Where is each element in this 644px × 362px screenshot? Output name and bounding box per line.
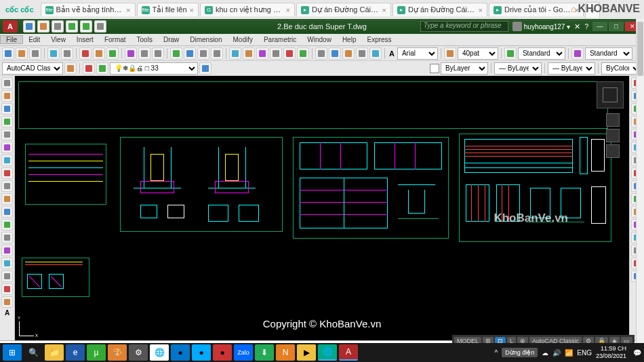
tb-b5[interactable] xyxy=(369,47,382,60)
task-app1[interactable]: ● xyxy=(171,344,190,361)
table-tool[interactable] xyxy=(1,232,13,243)
menu-express[interactable]: Express xyxy=(361,36,397,43)
user-menu[interactable]: huyhoang127 ▾ xyxy=(512,22,571,31)
text-font-select[interactable]: Arial xyxy=(397,47,438,60)
view-cube[interactable] xyxy=(597,81,624,108)
mtext-tool[interactable]: A xyxy=(1,309,13,317)
menu-parametric[interactable]: Parametric xyxy=(258,36,302,43)
ellipse-tool[interactable] xyxy=(1,155,13,166)
plot-button[interactable] xyxy=(47,47,60,60)
task-app2[interactable]: ● xyxy=(192,344,211,361)
exchange-icon[interactable]: ✕ xyxy=(574,22,580,31)
task-settings[interactable]: ⚙ xyxy=(129,344,148,361)
layer-prev-button[interactable] xyxy=(199,62,212,75)
browser-tab[interactable]: fileTải file lên× xyxy=(137,3,199,16)
layer-prop-button[interactable] xyxy=(83,62,95,75)
workspace-select[interactable]: AutoCAD Classic xyxy=(2,62,63,75)
menu-dimension[interactable]: Dimension xyxy=(184,36,227,43)
layer-select[interactable]: 💡❄🔒🖨 □ 33 xyxy=(110,62,198,75)
task-autocad[interactable]: A xyxy=(339,344,358,361)
task-utorrent[interactable]: μ xyxy=(87,344,106,361)
task-notepad[interactable]: N xyxy=(276,344,295,361)
props-button[interactable] xyxy=(229,47,241,60)
tool-pal-button[interactable] xyxy=(256,47,268,60)
tray-wifi-icon[interactable]: 📶 xyxy=(565,349,573,357)
tray-ime[interactable]: ENG xyxy=(577,349,592,357)
markup-button[interactable] xyxy=(283,47,296,60)
menu-tools[interactable]: Tools xyxy=(132,36,158,43)
save-button[interactable] xyxy=(29,47,41,60)
circle-tool[interactable] xyxy=(1,103,13,115)
sheet-button[interactable] xyxy=(270,47,282,60)
zoom-prev-button[interactable] xyxy=(211,47,223,60)
menu-edit[interactable]: Edit xyxy=(23,36,45,43)
task-coccoc[interactable]: 🌐 xyxy=(318,344,337,361)
browser-tab[interactable]: ▸Dự án Đường Cái Lân× xyxy=(296,3,391,16)
layer-state-button[interactable] xyxy=(96,62,108,75)
browser-tab[interactable]: ▸Dự án Đường Cái Lân× xyxy=(393,3,487,16)
menu-insert[interactable]: Insert xyxy=(71,36,99,43)
tray-cloud-icon[interactable]: ☁ xyxy=(542,349,548,357)
calc-button[interactable] xyxy=(297,47,309,60)
tb-b1[interactable] xyxy=(315,47,327,60)
new-button[interactable] xyxy=(2,47,14,60)
tray-chevron-icon[interactable]: ^ xyxy=(495,349,498,357)
task-edge[interactable]: e xyxy=(66,344,85,361)
nav-bar[interactable] xyxy=(606,113,620,158)
tb-b2[interactable] xyxy=(329,47,341,60)
donut-tool[interactable] xyxy=(1,296,13,308)
match-button[interactable] xyxy=(125,47,137,60)
region-tool[interactable] xyxy=(1,245,13,256)
cut-button[interactable] xyxy=(79,47,92,60)
print-icon[interactable] xyxy=(94,20,106,33)
undo-button[interactable] xyxy=(138,47,150,60)
point-tool[interactable] xyxy=(1,193,13,205)
start-button[interactable]: ⊞ xyxy=(3,344,22,361)
redo-icon[interactable] xyxy=(80,20,92,33)
line-tool[interactable] xyxy=(1,77,13,89)
open-icon[interactable] xyxy=(37,20,49,33)
browser-scrollbar[interactable] xyxy=(636,19,644,347)
browser-tab[interactable]: fileBản vẽ bảng tính xe đú× xyxy=(41,3,136,16)
browser-tab[interactable]: ▸Drive của tôi - Google D× xyxy=(489,3,584,16)
task-search[interactable]: 🔍 xyxy=(24,344,43,361)
maximize-button[interactable]: □ xyxy=(609,22,624,31)
tb-b3[interactable] xyxy=(342,47,355,60)
preview-button[interactable] xyxy=(61,47,73,60)
zoom-win-button[interactable] xyxy=(197,47,209,60)
save-icon[interactable] xyxy=(52,20,64,33)
task-zalo[interactable]: Zalo xyxy=(234,344,253,361)
undo-icon[interactable] xyxy=(66,20,78,33)
menu-window[interactable]: Window xyxy=(302,36,337,43)
xline-tool[interactable] xyxy=(1,283,13,295)
task-app3[interactable]: ● xyxy=(213,344,232,361)
task-chrome[interactable]: 🌐 xyxy=(150,344,169,361)
hatch-tool[interactable] xyxy=(1,167,13,179)
polygon-tool[interactable] xyxy=(1,142,13,153)
text-tool[interactable] xyxy=(1,219,13,230)
menu-file[interactable]: File xyxy=(0,35,23,44)
minimize-button[interactable]: — xyxy=(592,22,607,31)
browser-tab[interactable]: Gkhu cn việt hưng đến c× xyxy=(200,3,295,16)
help-search-input[interactable]: Type a keyword or phrase xyxy=(420,21,508,32)
table-icon[interactable] xyxy=(504,47,517,60)
color-select[interactable]: ByLayer xyxy=(441,62,488,75)
task-paint[interactable]: 🎨 xyxy=(108,344,127,361)
ray-tool[interactable] xyxy=(1,270,13,282)
color-swatch[interactable] xyxy=(430,64,439,73)
mleader-style-select[interactable]: Standard xyxy=(585,47,632,60)
tray-clock[interactable]: 11:59 CH 23/08/2021 xyxy=(596,345,629,360)
copy-button[interactable] xyxy=(93,47,105,60)
menu-format[interactable]: Format xyxy=(99,36,132,43)
open-button[interactable] xyxy=(16,47,28,60)
pan-button[interactable] xyxy=(170,47,182,60)
mline-tool[interactable] xyxy=(1,258,13,269)
dim-style-select[interactable]: 40pat xyxy=(458,47,498,60)
task-media[interactable]: ▶ xyxy=(297,344,316,361)
block-tool[interactable] xyxy=(1,206,13,218)
menu-modify[interactable]: Modify xyxy=(228,36,258,43)
arc-tool[interactable] xyxy=(1,116,13,127)
task-explorer[interactable]: 📁 xyxy=(45,344,64,361)
tray-power-mode[interactable]: Dừng điện xyxy=(502,348,538,357)
mleader-icon[interactable] xyxy=(571,47,584,60)
